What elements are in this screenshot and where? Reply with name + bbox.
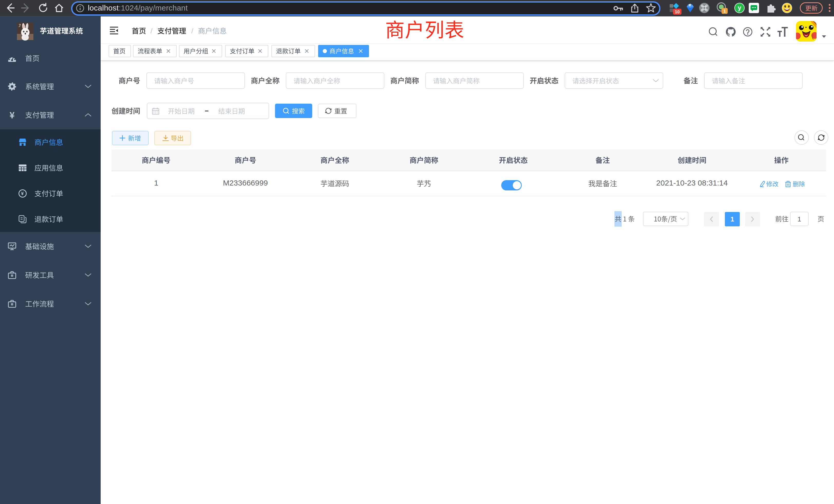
svg-text:10: 10	[675, 9, 680, 14]
svg-text:y: y	[738, 4, 741, 11]
svg-text:1: 1	[723, 9, 726, 14]
